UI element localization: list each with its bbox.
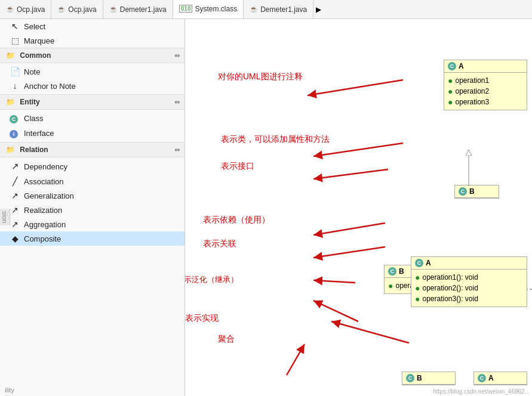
uml-box-b-small: C B — [454, 185, 499, 199]
tab-bar: ☕ Ocp.java ☕ Ocp.java ☕ Demeter1.java 01… — [0, 0, 532, 19]
dot3: ● — [448, 97, 453, 107]
note-tool[interactable]: 📄 Note — [0, 64, 184, 79]
class-icon-a-mid: C — [415, 259, 423, 267]
java-icon3: ☕ — [109, 5, 118, 13]
association-icon: ╱ — [10, 177, 20, 186]
aggregation-tool[interactable]: ↗ Aggregation — [0, 217, 184, 231]
class-icon: C — [10, 113, 20, 123]
svg-line-10 — [287, 344, 305, 375]
anno-class: 表示类，可以添加属性和方法 — [221, 134, 330, 145]
uml-box-a-bot: C A — [473, 372, 527, 385]
uml-box-b-small-title: C B — [455, 185, 499, 198]
realization-tool[interactable]: ↗ Realization — [0, 203, 184, 217]
tab-ocp1[interactable]: ☕ Ocp.java — [0, 0, 51, 19]
method-am1: ●operation1(): void — [415, 272, 523, 283]
dot-bm1: ● — [388, 281, 393, 290]
svg-line-2 — [307, 80, 403, 95]
anno-uml-note: 对你的UML图进行注释 — [218, 72, 303, 82]
uml-box-b-bot-title: C B — [402, 372, 455, 385]
anno-dependency: 表示依赖（使用） — [203, 215, 270, 225]
realization-icon: ↗ — [10, 205, 20, 215]
anchor-icon: ↓ — [10, 81, 20, 91]
svg-line-6 — [313, 247, 385, 258]
section-relation[interactable]: 📁 Relation ⇔ — [0, 142, 184, 157]
generalization-icon: ↗ — [10, 191, 20, 200]
anno-association: 表示关联 — [203, 239, 236, 249]
dependency-icon: ↗ — [10, 161, 20, 172]
watermark: https://blog.csdn.net/weixin_46862... — [433, 388, 530, 395]
dot-am2: ● — [415, 283, 420, 293]
pin-relation-icon: ⇔ — [174, 146, 180, 154]
panel-bottom-label: ility — [0, 384, 184, 396]
uml-box-a-mid-title: C A — [411, 257, 527, 270]
right-panel: 对你的UML图进行注释 表示类，可以添加属性和方法 表示接口 表示依赖（使用） … — [185, 19, 532, 396]
uml-box-b-bot: C B — [402, 372, 456, 385]
class-icon-b-small: C — [459, 187, 467, 196]
class-tool[interactable]: C Class — [0, 111, 184, 126]
aggregation-icon: ↗ — [10, 219, 20, 229]
marquee-icon: ⬚ — [10, 36, 20, 45]
class-icon-a-bot: C — [478, 374, 486, 382]
method-3: ●operation3 — [448, 97, 523, 107]
java-icon4: ☕ — [250, 5, 258, 13]
composite-icon: ◆ — [10, 234, 20, 243]
anno-interface: 表示接口 — [221, 161, 254, 172]
svg-line-5 — [313, 223, 385, 235]
uml-box-a-top: C A ●operation1 ●operation2 ●operation3 — [444, 60, 527, 110]
marquee-tool[interactable]: ⬚ Marquee — [0, 33, 184, 48]
tab-demeter2[interactable]: ☕ Demeter1.java — [244, 0, 313, 19]
tab-demeter1[interactable]: ☕ Demeter1.java — [103, 0, 173, 19]
section-common[interactable]: 📁 Common ⇔ — [0, 48, 184, 63]
anno-aggregation: 聚合 — [218, 334, 235, 345]
more-tabs-button[interactable]: ▶ — [316, 5, 321, 14]
dot-am1: ● — [415, 273, 420, 282]
uml-box-a-top-title: C A — [444, 60, 527, 73]
select-tool[interactable]: ↖ Select — [0, 19, 184, 33]
association-tool[interactable]: ╱ Association — [0, 174, 184, 188]
section-entity[interactable]: 📁 Entity ⇔ — [0, 94, 184, 110]
class-icon-b-bot: C — [406, 374, 414, 382]
generalization-tool[interactable]: ↗ Generalization — [0, 188, 184, 203]
anchor-tool[interactable]: ↓ Anchor to Note — [0, 79, 184, 93]
common-items: 📄 Note ↓ Anchor to Note — [0, 63, 184, 94]
system-class-icon: 010 — [179, 5, 193, 13]
cursor-icon: ↖ — [10, 21, 20, 31]
left-panel: ↖ Select ⬚ Marquee 📁 Common ⇔ 📄 Note ↓ A… — [0, 19, 185, 396]
class-icon-b-mid: C — [388, 267, 396, 276]
composite-tool[interactable]: ◆ Composite — [0, 231, 184, 246]
svg-line-3 — [313, 143, 403, 156]
svg-line-9 — [331, 321, 409, 343]
interface-tool[interactable]: I Interface — [0, 126, 184, 141]
dependency-tool[interactable]: ↗ Dependency — [0, 159, 184, 174]
svg-line-8 — [313, 301, 358, 321]
anno-realization: 表示实现 — [185, 313, 219, 324]
method-am3: ●operation3(): void — [415, 293, 523, 304]
pin-entity-icon: ⇔ — [174, 98, 180, 106]
uml-box-a-mid-body: ●operation1(): void ●operation2(): void … — [411, 270, 527, 307]
main-layout: ↖ Select ⬚ Marquee 📁 Common ⇔ 📄 Note ↓ A… — [0, 19, 532, 396]
folder-relation-icon: 📁 — [6, 146, 15, 154]
entity-items: C Class I Interface — [0, 110, 184, 142]
folder-common-icon: 📁 — [6, 51, 15, 60]
method-am2: ●operation2(): void — [415, 283, 523, 293]
uml-box-a-bot-title: C A — [474, 372, 527, 385]
dot-am3: ● — [415, 294, 420, 304]
uml-box-a-mid: C A ●operation1(): void ●operation2(): v… — [411, 256, 527, 307]
pin-common-icon: ⇔ — [174, 52, 180, 60]
anno-generalization: 表示泛化（继承） — [185, 274, 238, 285]
svg-line-7 — [313, 280, 355, 283]
folder-entity-icon: 📁 — [6, 98, 15, 106]
uml-box-a-top-body: ●operation1 ●operation2 ●operation3 — [444, 73, 527, 110]
java-icon2: ☕ — [57, 5, 66, 13]
method-1: ●operation1 — [448, 75, 523, 86]
method-2: ●operation2 — [448, 86, 523, 97]
dot1: ● — [448, 76, 453, 85]
interface-icon: I — [10, 128, 20, 138]
dot2: ● — [448, 86, 453, 96]
svg-line-4 — [313, 169, 388, 179]
tab-system-class[interactable]: 010 System.class — [173, 0, 244, 19]
class-icon-a-top: C — [448, 62, 456, 70]
side-ision-label: sion — [0, 209, 10, 225]
relation-items: ↗ Dependency ╱ Association ↗ Generalizat… — [0, 157, 184, 247]
tab-ocp2[interactable]: ☕ Ocp.java — [51, 0, 103, 19]
